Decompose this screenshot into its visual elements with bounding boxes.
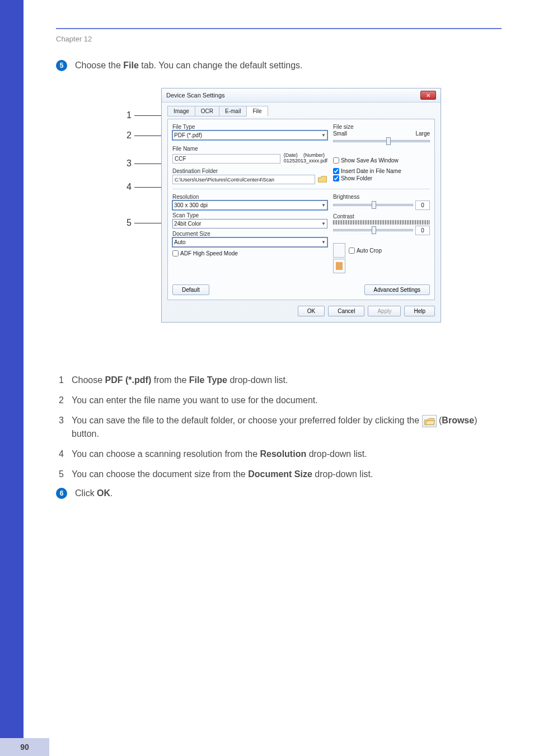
contrast-value[interactable]: 0 <box>415 226 430 235</box>
callout-4: 4 <box>127 182 132 192</box>
document-size-dropdown[interactable]: Auto▼ <box>172 237 327 247</box>
number-label: (Number) <box>303 152 325 158</box>
brightness-slider[interactable] <box>333 204 413 206</box>
list-text-5: You can choose the document size from th… <box>72 468 502 481</box>
show-save-as-checkbox[interactable]: Show Save As Window <box>333 157 399 164</box>
file-name-label: File Name <box>172 146 327 152</box>
list-text-2: You can enter the file name you want to … <box>72 394 502 407</box>
step-6-text: Click OK. <box>75 488 502 498</box>
insert-date-checkbox[interactable]: Insert Date in File Name <box>333 168 430 174</box>
list-num-3: 3 <box>56 414 64 441</box>
list-text-3: You can save the file to the default fol… <box>72 414 502 441</box>
file-size-large: Large <box>415 130 430 137</box>
auto-crop-checkbox[interactable]: Auto Crop <box>349 248 382 254</box>
brightness-value[interactable]: 0 <box>415 200 430 210</box>
page-number: 90 <box>0 738 49 756</box>
chevron-down-icon: ▼ <box>321 221 326 226</box>
list-num-5: 5 <box>56 468 64 481</box>
step-5-bullet: 5 <box>56 60 67 71</box>
show-folder-checkbox[interactable]: Show Folder <box>333 175 430 181</box>
destination-folder-label: Destination Folder <box>172 168 327 174</box>
file-size-slider[interactable] <box>333 140 430 142</box>
cancel-button[interactable]: Cancel <box>328 306 364 316</box>
chevron-down-icon: ▼ <box>321 203 326 208</box>
close-icon[interactable]: ✕ <box>420 91 436 100</box>
tab-image[interactable]: Image <box>167 106 195 116</box>
tab-email[interactable]: E-mail <box>219 106 247 116</box>
step-6-bullet: 6 <box>56 488 67 499</box>
adf-high-speed-checkbox[interactable]: ADF High Speed Mode <box>172 250 327 256</box>
date-sample: 01252013_xxxx.pdf <box>284 158 327 164</box>
file-size-small: Small <box>333 130 347 137</box>
default-button[interactable]: Default <box>172 284 209 295</box>
chapter-label: Chapter 12 <box>56 35 502 43</box>
device-scan-settings-dialog: Device Scan Settings ✕ Image OCR E-mail … <box>161 88 441 323</box>
step-5-text: Choose the File tab. You can change the … <box>75 60 502 71</box>
crop-preview-1-icon <box>333 243 345 258</box>
document-size-label: Document Size <box>172 231 327 237</box>
help-button[interactable]: Help <box>404 306 435 316</box>
resolution-dropdown[interactable]: 300 x 300 dpi▼ <box>172 200 327 210</box>
resolution-label: Resolution <box>172 194 327 200</box>
crop-preview-2-icon <box>333 259 345 273</box>
scan-type-dropdown[interactable]: 24bit Color▼ <box>172 219 327 228</box>
list-num-2: 2 <box>56 394 64 407</box>
tab-file[interactable]: File <box>246 106 268 116</box>
contrast-label: Contrast <box>333 213 430 220</box>
callout-5: 5 <box>127 218 132 228</box>
chevron-down-icon: ▼ <box>321 240 326 245</box>
destination-folder-input[interactable]: C:\Users\User\Pictures\ControlCenter4\Sc… <box>172 175 315 184</box>
browse-folder-icon[interactable] <box>317 175 327 184</box>
callout-2: 2 <box>127 130 132 141</box>
contrast-slider[interactable] <box>333 229 413 231</box>
list-num-4: 4 <box>56 447 64 461</box>
scan-type-label: Scan Type <box>172 212 327 218</box>
callout-3: 3 <box>127 158 132 169</box>
file-type-label: File Type <box>172 124 327 130</box>
file-size-label: File size <box>333 124 430 130</box>
callout-1: 1 <box>127 110 132 120</box>
dialog-title: Device Scan Settings <box>166 92 225 99</box>
apply-button[interactable]: Apply <box>368 306 401 316</box>
list-num-1: 1 <box>56 374 64 387</box>
advanced-settings-button[interactable]: Advanced Settings <box>364 284 430 295</box>
list-text-4: You can choose a scanning resolution fro… <box>72 447 502 461</box>
date-label: (Date) <box>284 152 298 158</box>
browse-inline-icon <box>422 415 437 427</box>
chevron-down-icon: ▼ <box>321 133 326 138</box>
file-name-input[interactable]: CCF <box>172 154 280 164</box>
list-text-1: Choose PDF (*.pdf) from the File Type dr… <box>72 374 502 387</box>
tab-ocr[interactable]: OCR <box>195 106 219 116</box>
brightness-label: Brightness <box>333 194 430 200</box>
file-type-dropdown[interactable]: PDF (*.pdf)▼ <box>172 130 327 140</box>
ok-button[interactable]: OK <box>298 306 325 316</box>
